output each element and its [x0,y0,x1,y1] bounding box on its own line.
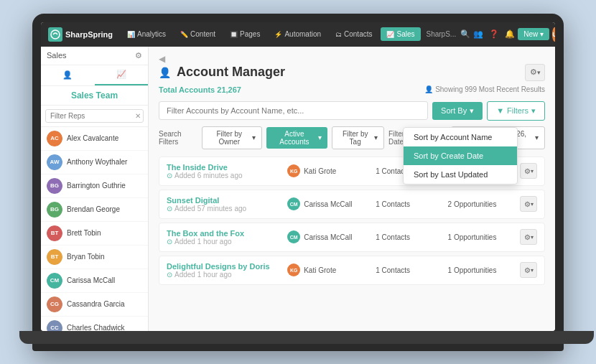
filter-icon: ▼ [496,106,504,115]
account-manager-icon: 👤 [159,67,171,78]
sort-by-chevron: ▾ [470,106,474,116]
sidebar-header: Sales ⚙ [41,47,148,65]
new-button-label: New [523,30,538,38]
sidebar-tab-contacts[interactable]: 👤 [41,65,95,85]
owner-name: Kati Grote [304,266,336,274]
account-opportunities: 2 Opportunities [448,200,513,208]
sidebar-rep-item[interactable]: AC Alex Cavalcante [41,127,148,151]
nav-contacts[interactable]: 🗂 Contacts [330,27,378,41]
nav-content[interactable]: ✏️ Content [174,27,221,41]
account-item: Sunset Digital ⊙ Added 57 minutes ago CM… [159,190,545,219]
active-accounts-button[interactable]: Active Accounts ▾ [266,127,327,149]
added-time: Added 1 hour ago [174,238,232,246]
rep-avatar-img: CG [47,297,62,312]
bell-icon[interactable]: 🔔 [505,29,515,39]
sidebar-rep-item[interactable]: BT Bryan Tobin [41,246,148,269]
rep-avatar: BG [47,202,62,218]
added-time: Added 1 hour ago [174,271,232,279]
account-name[interactable]: Sunset Digital [167,196,280,205]
nav-sales[interactable]: 📈 Sales [381,27,420,41]
clock-icon: ⊙ [167,238,172,246]
account-gear-button[interactable]: ⚙ ▾ [520,163,537,179]
sort-by-button[interactable]: Sort By ▾ [432,102,483,120]
sidebar-rep-item[interactable]: CG Cassandra Garcia [41,293,148,317]
account-opportunities: 1 Opportunities [448,233,513,241]
clock-icon: ⊙ [167,172,172,179]
search-icon[interactable]: 🔍 [460,29,470,39]
sort-by-label: Sort By [441,106,467,115]
rep-name: Cassandra Garcia [67,300,125,308]
analytics-icon: 📊 [127,31,135,38]
account-name[interactable]: Delightful Designs by Doris [167,262,280,271]
account-added: ⊙ Added 57 minutes ago [167,205,280,213]
total-accounts: Total Accounts 21,267 [159,85,241,94]
filter-reps-input[interactable] [45,109,144,123]
account-added: ⊙ Added 1 hour ago [167,271,280,279]
rep-avatar-img: BG [47,202,62,218]
contacts-tab-icon: 👤 [62,70,73,80]
nav-right-icons: 👥 ❓ 🔔 [473,29,515,39]
filter-by-owner-button[interactable]: Filter by Owner ▾ [202,126,262,149]
account-gear-button[interactable]: ⚙ ▾ [520,262,537,278]
sidebar-title-text: Sales [47,51,67,60]
showing-label: 👤 Showing 999 Most Recent Results [424,85,545,93]
sidebar-rep-item[interactable]: BG Barrington Guthrie [41,174,148,198]
clear-search-icon[interactable]: ✕ [135,112,141,120]
account-owner: CM Carissa McCall [287,230,368,243]
sidebar-gear-icon[interactable]: ⚙ [135,51,142,60]
sidebar-rep-item[interactable]: CC Charles Chadwick [41,317,148,331]
sidebar-rep-item[interactable]: AW Anthony Woythaler [41,151,148,174]
account-gear-button[interactable]: ⚙ ▾ [520,196,537,212]
laptop-base [19,331,594,344]
analytics-tab-icon: 📈 [116,70,126,79]
nav-analytics[interactable]: 📊 Analytics [121,27,172,41]
account-opportunities: 1 Opportunities [448,266,513,274]
sidebar-rep-item[interactable]: CM Carissa McCall [41,269,148,293]
account-gear-button[interactable]: ⚙ ▾ [520,229,537,245]
owner-avatar: KG [287,164,300,177]
account-info: The Inside Drive ⊙ Added 6 minutes ago [167,163,280,179]
owner-name: Carissa McCall [304,200,352,208]
nav-contacts-label: Contacts [344,30,372,38]
automation-icon: ⚡ [274,31,282,38]
nav-search-placeholder: SharpS... [427,30,457,38]
rep-avatar: CM [47,273,62,289]
new-button[interactable]: New ▾ [518,28,549,40]
sort-by-last-updated[interactable]: Sort by Last Updated [404,165,517,184]
filter-tag-label: Filter by Tag [338,130,372,146]
owner-name: Carissa McCall [304,233,352,241]
sidebar-rep-item[interactable]: BG Brendan George [41,198,148,222]
nav-analytics-label: Analytics [137,30,166,38]
sidebar: Sales ⚙ 👤 📈 Sales Team ✕ [41,47,149,331]
sidebar-rep-item[interactable]: BT Brett Tobin [41,222,148,246]
question-icon[interactable]: ❓ [489,29,499,39]
sidebar-search: ✕ [41,106,148,127]
rep-avatar: CG [47,297,62,312]
filter-by-tag-button[interactable]: Filter by Tag ▾ [332,126,384,149]
nav-pages[interactable]: 🔲 Pages [224,27,266,41]
laptop-frame: SharpSpring 📊 Analytics ✏️ Content 🔲 Pag… [32,14,564,351]
sidebar-tab-analytics[interactable]: 📈 [95,65,149,85]
account-info: The Box and the Fox ⊙ Added 1 hour ago [167,229,280,246]
sort-by-create-date[interactable]: Sort by Create Date [404,146,517,165]
filters-button[interactable]: ▼ Filters ▾ [487,101,545,121]
pages-icon: 🔲 [230,31,238,38]
owner-name: Kati Grote [304,167,336,175]
top-navigation: SharpSpring 📊 Analytics ✏️ Content 🔲 Pag… [41,22,555,47]
people-icon[interactable]: 👥 [473,29,483,39]
rep-name: Carissa McCall [67,276,115,284]
nav-automation[interactable]: ⚡ Automation [269,27,327,41]
page-title-row: 👤 Account Manager [159,65,285,80]
expand-sidebar-icon[interactable]: ◀ [159,54,165,64]
account-search-input[interactable] [159,101,428,120]
content-settings-gear[interactable]: ⚙ ▾ [525,64,545,81]
content-top-bar: 👤 Account Manager ⚙ ▾ [159,64,545,81]
owner-avatar: CM [287,230,300,243]
account-name[interactable]: The Box and the Fox [167,229,280,238]
user-avatar[interactable]: U [552,27,555,42]
account-name[interactable]: The Inside Drive [167,163,280,172]
clock-icon: ⊙ [167,271,172,279]
account-added: ⊙ Added 6 minutes ago [167,172,280,179]
sort-by-account-name[interactable]: Sort by Account Name [404,128,517,146]
rep-avatar: AW [47,154,62,170]
